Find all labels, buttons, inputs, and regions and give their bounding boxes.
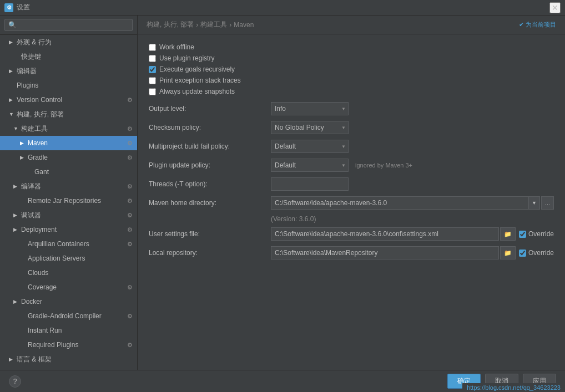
sidebar-item-gradle[interactable]: ▶ Gradle ⚙ xyxy=(0,150,137,165)
arrow-icon xyxy=(20,239,27,249)
use-plugin-registry-label: Use plugin registry xyxy=(159,54,214,62)
local-repo-override-checkbox[interactable] xyxy=(519,250,526,257)
checksum-policy-label: Checksum policy: xyxy=(149,124,271,131)
sidebar-item-lang-framework[interactable]: ▶ 语言 & 框架 xyxy=(0,352,137,366)
plugin-update-select[interactable]: Default Always Never xyxy=(271,159,349,172)
sidebar-item-appearance[interactable]: ▶ 外观 & 行为 xyxy=(0,35,137,49)
sidebar-item-label: Gradle-Android Compiler xyxy=(28,311,102,321)
current-project-link[interactable]: ✔ 为当前项目 xyxy=(519,21,556,29)
sidebar-item-label: Arquillian Containers xyxy=(28,239,89,249)
sidebar-item-plugins[interactable]: Plugins xyxy=(0,78,137,93)
sidebar-item-label: Clouds xyxy=(28,268,48,278)
sidebar-item-arquillian[interactable]: Arquillian Containers ⚙ xyxy=(0,237,137,251)
settings-icon: ⚙ xyxy=(127,95,133,105)
sidebar-item-coverage[interactable]: Coverage ⚙ xyxy=(0,280,137,294)
sidebar-item-label: 构建, 执行, 部署 xyxy=(17,109,64,119)
arrow-icon: ▶ xyxy=(9,66,16,76)
user-settings-input[interactable] xyxy=(271,227,499,241)
settings-icon: ⚙ xyxy=(127,239,133,249)
ignored-label: ignored by Maven 3+ xyxy=(355,162,412,169)
sidebar-item-label: Required Plugins xyxy=(28,340,78,350)
output-level-label: Output level: xyxy=(149,105,271,113)
checksum-policy-select-wrapper: No Global Policy Fail Warn Ignore xyxy=(271,121,349,134)
maven-home-input[interactable] xyxy=(271,196,529,210)
sidebar-item-compiler[interactable]: ▶ 编译器 ⚙ xyxy=(0,179,137,194)
sidebar-item-docker[interactable]: ▶ Docker xyxy=(0,294,137,309)
arrow-icon xyxy=(27,167,33,177)
search-input[interactable] xyxy=(4,19,133,31)
sidebar-item-shortcuts[interactable]: 快捷键 xyxy=(0,49,137,64)
title-bar: ⚙ 设置 ✕ xyxy=(0,0,565,16)
use-plugin-registry-checkbox[interactable] xyxy=(149,55,156,62)
arrow-icon xyxy=(13,52,20,62)
arrow-icon xyxy=(20,340,27,350)
sidebar-item-deployment[interactable]: ▶ Deployment ⚙ xyxy=(0,222,137,237)
sidebar-item-editor[interactable]: ▶ 编辑器 xyxy=(0,64,137,78)
settings-icon: ⚙ xyxy=(127,282,133,292)
settings-icon: ⚙ xyxy=(127,152,133,162)
local-repo-input[interactable] xyxy=(271,246,499,259)
sidebar-item-label: Plugins xyxy=(17,80,38,90)
sidebar-item-clouds[interactable]: Clouds xyxy=(0,266,137,280)
settings-icon: ⚙ xyxy=(127,225,133,235)
local-repo-browse-btn[interactable]: 📁 xyxy=(500,246,516,259)
plugin-update-select-wrapper: Default Always Never xyxy=(271,159,349,172)
arrow-icon: ▶ xyxy=(20,152,27,162)
plugin-update-policy-label: Plugin update policy: xyxy=(149,161,271,169)
checkbox-print-exception: Print exception stack traces xyxy=(149,77,554,84)
window-title: 设置 xyxy=(17,3,30,12)
user-settings-override-checkbox[interactable] xyxy=(519,231,526,238)
sidebar-item-label: Application Servers xyxy=(28,253,85,263)
threads-label: Threads (-T option): xyxy=(149,180,271,188)
checksum-policy-select[interactable]: No Global Policy Fail Warn Ignore xyxy=(271,121,349,134)
threads-input[interactable] xyxy=(271,177,349,191)
arrow-icon xyxy=(20,268,27,278)
arrow-icon: ▶ xyxy=(13,297,20,307)
arrow-icon: ▼ xyxy=(9,109,16,119)
checkbox-use-plugin-registry: Use plugin registry xyxy=(149,54,554,62)
sidebar-item-label: 编译器 xyxy=(21,181,41,191)
sidebar-item-label: Coverage xyxy=(28,282,57,292)
url-bar: https://blog.csdn.net/qq_34623223 xyxy=(462,383,565,392)
arrow-icon: ▶ xyxy=(9,37,16,47)
sidebar-item-maven[interactable]: ▶ Maven ⚙ xyxy=(0,136,137,150)
execute-goals-checkbox[interactable] xyxy=(149,66,156,73)
sidebar-item-label: 外观 & 行为 xyxy=(17,37,52,47)
sidebar-item-tools[interactable]: ▶ 工具 xyxy=(0,366,137,370)
sidebar-item-debugger[interactable]: ▶ 调试器 ⚙ xyxy=(0,208,137,222)
sidebar-item-label: 语言 & 框架 xyxy=(17,354,52,364)
sidebar-item-version-control[interactable]: ▶ Version Control ⚙ xyxy=(0,93,137,107)
checkbox-always-update: Always update snapshots xyxy=(149,88,554,95)
maven-home-browse-btn[interactable]: ... xyxy=(541,196,554,210)
sidebar-item-gradle-android[interactable]: Gradle-Android Compiler ⚙ xyxy=(0,309,137,323)
sidebar-item-label: Remote Jar Repositories xyxy=(28,196,101,206)
arrow-icon xyxy=(20,325,27,335)
multiproject-policy-row: Multiproject build fail policy: Default … xyxy=(149,140,554,153)
sidebar-item-app-servers[interactable]: Application Servers xyxy=(0,251,137,266)
sidebar-item-build-exec-deploy[interactable]: ▼ 构建, 执行, 部署 xyxy=(0,107,137,121)
sidebar-item-label: Maven xyxy=(28,138,48,148)
local-repo-label: Local repository: xyxy=(149,249,271,257)
output-level-select[interactable]: Debug Info Warning Error xyxy=(271,102,349,115)
sidebar-item-remote-jar[interactable]: Remote Jar Repositories ⚙ xyxy=(0,194,137,208)
sidebar-item-required-plugins[interactable]: Required Plugins ⚙ xyxy=(0,338,137,352)
sidebar-item-instant-run[interactable]: Instant Run xyxy=(0,323,137,338)
always-update-checkbox[interactable] xyxy=(149,88,156,95)
checkbox-execute-goals: Execute goals recursively xyxy=(149,65,554,73)
maven-home-dropdown-btn[interactable]: ▼ xyxy=(529,196,540,210)
always-update-label: Always update snapshots xyxy=(159,88,235,95)
user-settings-browse-btn[interactable]: 📁 xyxy=(500,227,516,241)
sidebar-item-build-tools[interactable]: ▼ 构建工具 ⚙ xyxy=(0,121,137,136)
sidebar-item-label: Version Control xyxy=(17,95,62,105)
output-level-row: Output level: Debug Info Warning Error xyxy=(149,102,554,115)
multiproject-select[interactable]: Default Fail at End Fail Never xyxy=(271,140,349,153)
print-exception-checkbox[interactable] xyxy=(149,77,156,84)
sidebar-item-gant[interactable]: Gant xyxy=(0,165,137,179)
content-area: 构建, 执行, 部署 › 构建工具 › Maven ✔ 为当前项目 Work o… xyxy=(138,16,565,370)
settings-icon: ⚙ xyxy=(127,340,133,350)
work-offline-checkbox[interactable] xyxy=(149,44,156,51)
close-button[interactable]: ✕ xyxy=(549,2,561,13)
local-repo-override-label: Override xyxy=(528,249,554,257)
help-button[interactable]: ? xyxy=(9,375,21,388)
checksum-policy-row: Checksum policy: No Global Policy Fail W… xyxy=(149,121,554,134)
